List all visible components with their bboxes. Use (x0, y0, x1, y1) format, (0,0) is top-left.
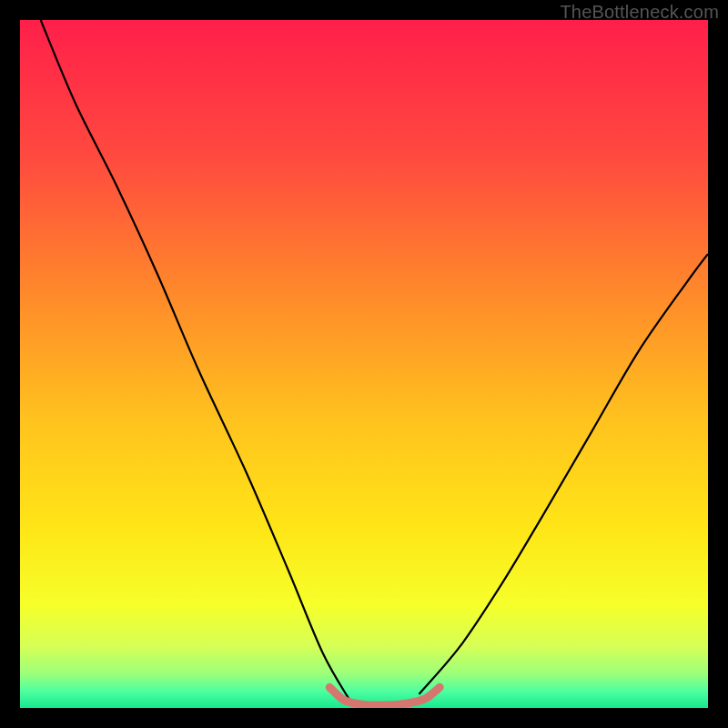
curves-layer (20, 20, 708, 708)
chart-frame: TheBottleneck.com (0, 0, 728, 728)
left-curve (41, 20, 350, 701)
right-curve (419, 254, 708, 694)
plot-area (20, 20, 708, 708)
